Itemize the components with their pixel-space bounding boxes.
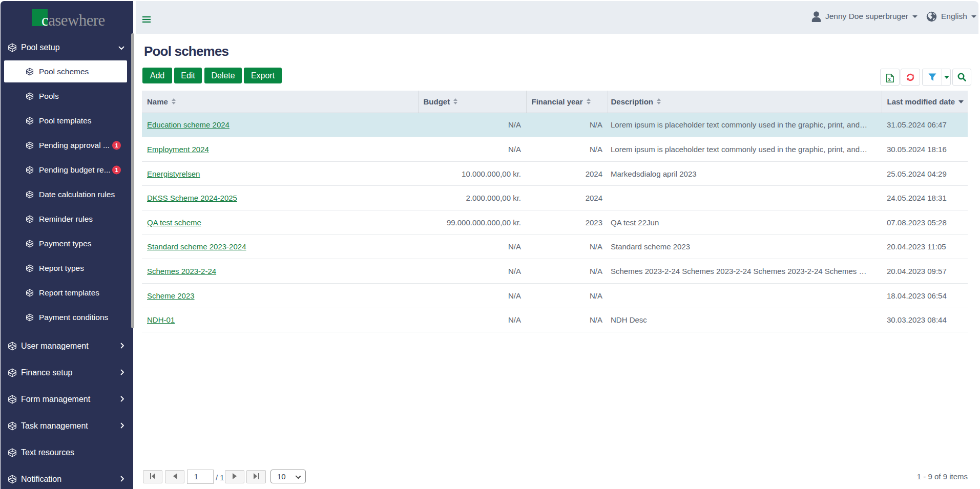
svg-text:x: x — [888, 76, 891, 82]
